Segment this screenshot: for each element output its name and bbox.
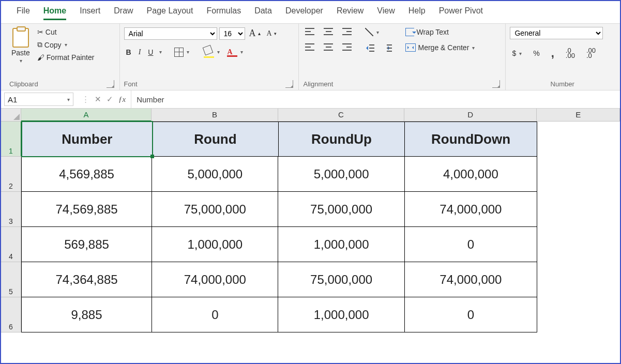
cell-C6[interactable]: 1,000,000	[278, 297, 404, 332]
row-header-1[interactable]: 1	[1, 122, 22, 157]
font-color-button[interactable]: A▾	[225, 47, 245, 58]
row-header-4[interactable]: 4	[1, 227, 21, 262]
merge-center-button[interactable]: Merge & Center ▾	[403, 42, 477, 53]
accounting-format-button[interactable]: $▾	[510, 48, 524, 58]
orientation-button[interactable]: ▾	[363, 27, 381, 37]
tab-developer[interactable]: Developer	[285, 6, 323, 20]
tab-draw[interactable]: Draw	[114, 6, 133, 20]
cut-button[interactable]: ✂ Cut	[35, 27, 97, 37]
tab-review[interactable]: Review	[337, 6, 363, 20]
cell-D4[interactable]: 0	[405, 227, 537, 262]
name-box[interactable]: A1 ▾	[4, 93, 73, 106]
cell-C1[interactable]: RoundUp	[279, 122, 405, 157]
cell-D1[interactable]: RoundDown	[405, 122, 537, 157]
tab-formulas[interactable]: Formulas	[206, 6, 241, 20]
tab-data[interactable]: Data	[254, 6, 272, 20]
formula-content[interactable]: Number	[131, 95, 169, 104]
fx-icon[interactable]: ƒx	[118, 95, 126, 104]
cell-C4[interactable]: 1,000,000	[278, 227, 404, 262]
align-center-icon	[324, 43, 333, 51]
cell-B5[interactable]: 74,000,000	[152, 262, 278, 297]
decrease-indent-button[interactable]	[363, 43, 376, 53]
comma-format-button[interactable]: ,	[549, 46, 556, 61]
decrease-decimal-icon: .00.0	[586, 48, 596, 58]
menu-tabs: File Home Insert Draw Page Layout Formul…	[1, 1, 620, 23]
tab-help[interactable]: Help	[408, 6, 426, 20]
tab-power-pivot[interactable]: Power Pivot	[439, 6, 483, 20]
cell-C2[interactable]: 5,000,000	[278, 157, 404, 192]
chevron-down-icon[interactable]: ▾	[159, 49, 162, 55]
increase-decimal-button[interactable]: .0.00	[564, 47, 577, 59]
cell-C5[interactable]: 75,000,000	[278, 262, 404, 297]
font-size-select[interactable]: 16	[219, 27, 245, 40]
col-header-e[interactable]: E	[537, 109, 620, 121]
cell-A6[interactable]: 9,885	[21, 297, 152, 332]
dialog-launcher-icon[interactable]	[107, 80, 114, 88]
col-header-c[interactable]: C	[278, 109, 404, 121]
align-right-button[interactable]	[340, 42, 354, 52]
row-header-5[interactable]: 5	[1, 262, 21, 297]
cell-B4[interactable]: 1,000,000	[152, 227, 278, 262]
shrink-font-button[interactable]: A▾	[265, 28, 279, 39]
cell-B6[interactable]: 0	[152, 297, 278, 332]
dialog-launcher-icon[interactable]	[492, 80, 500, 88]
decrease-indent-icon	[365, 44, 374, 52]
chevron-down-icon: ▾	[20, 58, 22, 64]
grow-font-button[interactable]: A▴	[247, 27, 263, 40]
paste-button[interactable]: Paste ▾	[9, 27, 32, 65]
dialog-launcher-icon[interactable]	[285, 80, 293, 88]
cell-B3[interactable]: 75,000,000	[152, 192, 278, 227]
tab-view[interactable]: View	[377, 6, 395, 20]
wrap-text-button[interactable]: Wrap Text	[403, 27, 477, 37]
underline-button[interactable]: U	[146, 47, 155, 57]
col-header-a[interactable]: A	[21, 109, 152, 122]
cell-D6[interactable]: 0	[405, 297, 537, 332]
row-header-6[interactable]: 6	[1, 297, 21, 332]
italic-button[interactable]: I	[137, 47, 143, 57]
cell-A4[interactable]: 569,885	[21, 227, 152, 262]
cell-A5[interactable]: 74,364,885	[21, 262, 152, 297]
confirm-formula-button[interactable]: ✓	[107, 95, 113, 104]
tab-page-layout[interactable]: Page Layout	[147, 6, 193, 20]
align-bottom-button[interactable]	[340, 27, 354, 36]
align-bottom-icon	[342, 28, 352, 35]
more-icon[interactable]: ⋮	[82, 95, 89, 104]
format-painter-button[interactable]: 🖌 Format Painter	[35, 52, 97, 63]
cell-D3[interactable]: 74,000,000	[405, 192, 537, 227]
tab-insert[interactable]: Insert	[80, 6, 100, 20]
cell-B2[interactable]: 5,000,000	[152, 157, 278, 192]
borders-button[interactable]: ▾	[172, 47, 191, 58]
fill-color-button[interactable]: ▾	[202, 45, 222, 59]
align-middle-button[interactable]	[322, 27, 335, 36]
cell-D2[interactable]: 4,000,000	[405, 157, 537, 192]
cell-A2[interactable]: 4,569,885	[21, 157, 152, 192]
row-header-3[interactable]: 3	[1, 192, 21, 227]
currency-icon: $	[512, 49, 516, 57]
cell-C3[interactable]: 75,000,000	[278, 192, 404, 227]
tab-home[interactable]: Home	[43, 6, 66, 20]
cell-B1[interactable]: Round	[153, 122, 279, 157]
wrap-text-label: Wrap Text	[416, 28, 449, 36]
align-center-button[interactable]	[322, 42, 335, 52]
font-name-select[interactable]: Arial	[124, 27, 217, 40]
cell-A1[interactable]: Number	[22, 122, 153, 157]
font-color-icon: A	[227, 48, 232, 56]
increase-indent-button[interactable]	[381, 43, 394, 53]
align-middle-icon	[324, 28, 333, 35]
align-left-button[interactable]	[303, 42, 316, 52]
decrease-decimal-button[interactable]: .00.0	[584, 47, 598, 59]
cancel-formula-button[interactable]: ✕	[95, 95, 101, 104]
cell-D5[interactable]: 74,000,000	[405, 262, 537, 297]
tab-file[interactable]: File	[17, 6, 30, 20]
copy-button[interactable]: ⧉ Copy ▾	[35, 39, 97, 50]
select-all-button[interactable]	[1, 109, 21, 121]
col-header-d[interactable]: D	[404, 109, 537, 121]
merge-label: Merge & Center	[418, 43, 469, 52]
col-header-b[interactable]: B	[152, 109, 278, 121]
number-format-select[interactable]: General	[510, 27, 603, 39]
row-header-2[interactable]: 2	[1, 157, 21, 192]
bold-button[interactable]: B	[124, 47, 133, 57]
cell-A3[interactable]: 74,569,885	[21, 192, 152, 227]
align-top-button[interactable]	[303, 27, 316, 36]
percent-format-button[interactable]: %	[531, 48, 541, 58]
